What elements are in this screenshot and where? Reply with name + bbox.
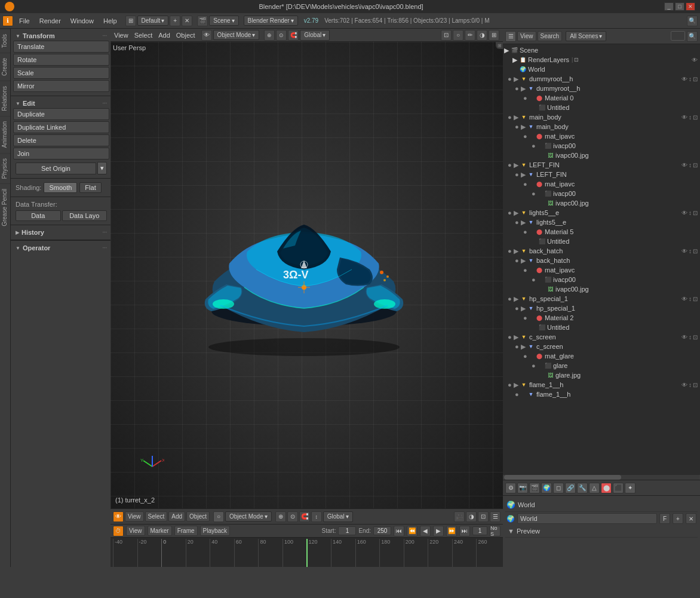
- object-mode-dropdown-bottom[interactable]: Object Mode ▾: [225, 511, 272, 522]
- timeline-marker-menu[interactable]: Marker: [148, 526, 172, 536]
- object-menu[interactable]: Object: [176, 32, 195, 39]
- world-props-btn[interactable]: 🌍: [541, 483, 552, 493]
- vtab-physics[interactable]: Physics: [0, 153, 10, 183]
- object-props-btn[interactable]: ◻: [553, 483, 564, 493]
- help-menu[interactable]: Help: [100, 16, 121, 26]
- tree-item-hpspecial-parent[interactable]: ● ▶ ▼ hp_special_1 👁 ↕ ⊡: [503, 294, 700, 303]
- select-menu-bottom[interactable]: Select: [145, 511, 168, 522]
- pivot-btn[interactable]: ⊙: [287, 511, 298, 522]
- viewport-corner[interactable]: ⊞: [496, 42, 503, 49]
- file-menu[interactable]: File: [16, 16, 33, 26]
- tree-item-backhatch-parent[interactable]: ● ▶ ▼ back_hatch 👁 ↕ ⊡: [503, 246, 700, 256]
- tree-item-world[interactable]: 🌍 World: [503, 65, 700, 74]
- mirror-button[interactable]: Mirror: [13, 80, 109, 92]
- tree-item-cscreen-parent[interactable]: ● ▶ ▼ c_screen 👁 ↕ ⊡: [503, 332, 700, 342]
- duplicate-button[interactable]: Duplicate: [13, 108, 109, 120]
- data-button[interactable]: Data: [16, 210, 61, 221]
- timeline-frame-menu[interactable]: Frame: [174, 526, 198, 536]
- tree-item-cscreen-child[interactable]: ● ▶ ▼ c_screen: [503, 342, 700, 351]
- play-forward[interactable]: ▶: [433, 526, 444, 536]
- hpspecial-render[interactable]: ⊡: [693, 296, 698, 302]
- tree-item-flame1h-child[interactable]: ● ▼ flame_1__h: [503, 390, 700, 399]
- render-props-btn[interactable]: 📷: [517, 483, 528, 493]
- data-props-btn[interactable]: △: [589, 483, 600, 493]
- add-menu-bottom[interactable]: Add: [168, 511, 185, 522]
- world-remove-btn[interactable]: ✕: [686, 513, 696, 524]
- timeline-ruler[interactable]: -40 -20 0 20 40 60 80 100 120 140 160: [110, 538, 503, 567]
- tree-item-dummyroot-child[interactable]: ● ▶ ▼ dummyroot__h: [503, 84, 700, 93]
- cscreen-render[interactable]: ⊡: [693, 334, 698, 341]
- outliner-search-menu[interactable]: Search: [538, 31, 563, 41]
- rl-eye[interactable]: 👁: [692, 57, 698, 63]
- flame1h-restrict[interactable]: ↕: [689, 382, 692, 388]
- vtab-create[interactable]: Create: [0, 53, 10, 81]
- render-menu[interactable]: Render: [36, 16, 65, 26]
- tree-item-mainbody-child[interactable]: ● ▶ ▼ main_body: [503, 122, 700, 131]
- modifiers-btn[interactable]: 🔧: [577, 483, 588, 493]
- workspace-dropdown[interactable]: Default ▾: [137, 16, 169, 26]
- viewport-overlay[interactable]: ⊡: [441, 30, 452, 41]
- snapping-btn[interactable]: ⊕: [275, 511, 286, 522]
- step-forward[interactable]: ⏩: [446, 526, 457, 536]
- current-frame[interactable]: 1: [472, 526, 487, 535]
- leftfin-restrict[interactable]: ↕: [689, 162, 692, 168]
- tree-item-hpspecial-child[interactable]: ● ▶ ▼ hp_special_1: [503, 303, 700, 313]
- constraints-btn[interactable]: 🔗: [565, 483, 576, 493]
- lights5-restrict[interactable]: ↕: [689, 210, 692, 216]
- search-icon[interactable]: 🔍: [687, 31, 698, 42]
- step-back[interactable]: ⏪: [407, 526, 417, 536]
- tree-item-flame1h-parent[interactable]: ● ▶ ▼ flame_1__h 👁 ↕ ⊡: [503, 380, 700, 390]
- all-scenes-dropdown[interactable]: All Scenes ▾: [566, 31, 606, 41]
- scene-dropdown[interactable]: Scene ▾: [209, 16, 238, 26]
- tree-item-lights5-child[interactable]: ● ▶ ▼ lights5__e: [503, 217, 700, 227]
- manipulator-btn[interactable]: ⊡: [478, 511, 489, 522]
- sync-mode[interactable]: No S: [490, 526, 501, 536]
- tree-expand-dc[interactable]: ▶: [521, 85, 527, 93]
- duplicate-linked-button[interactable]: Duplicate Linked: [13, 121, 109, 133]
- workspace-add[interactable]: +: [170, 16, 180, 26]
- outliner-view-menu[interactable]: View: [517, 31, 536, 41]
- set-origin-button[interactable]: Set Origin: [16, 162, 96, 174]
- particles-btn[interactable]: ✦: [625, 483, 635, 493]
- tree-item-backhatch-child[interactable]: ● ▶ ▼ back_hatch: [503, 256, 700, 265]
- vtab-grease-pencil[interactable]: Grease Pencil: [0, 183, 10, 231]
- tree-item-lights5-parent[interactable]: ● ▶ ▼ lights5__e 👁 ↕ ⊡: [503, 208, 700, 217]
- flame1h-eye[interactable]: 👁: [681, 382, 687, 388]
- tree-item-ivacp002[interactable]: ● ⬛ ivacp00: [503, 189, 700, 198]
- rotate-button[interactable]: Rotate: [13, 54, 109, 66]
- workspace-remove[interactable]: ✕: [182, 16, 192, 26]
- scene-props-btn[interactable]: 🎬: [529, 483, 540, 493]
- smooth-button[interactable]: Smooth: [44, 182, 77, 193]
- render-btn[interactable]: 🎥: [454, 511, 465, 522]
- tree-item-mat-ipavc2[interactable]: ● ⬤ mat_ipavc: [503, 179, 700, 189]
- tree-item-material2[interactable]: ● ⬤ Material 2: [503, 313, 700, 323]
- view-3d-toggle[interactable]: ⊞: [489, 30, 499, 41]
- texture-props-btn[interactable]: ⬛: [613, 483, 624, 493]
- mainbody-eye[interactable]: 👁: [681, 114, 687, 121]
- set-origin-dropdown[interactable]: ▾: [97, 162, 107, 174]
- maximize-button[interactable]: □: [675, 2, 684, 11]
- tree-item-ivapc00jpg1[interactable]: 🖼 ivapc00.jpg: [503, 151, 700, 160]
- cscreen-eye[interactable]: 👁: [681, 334, 687, 341]
- backhatch-restrict[interactable]: ↕: [689, 248, 692, 254]
- viewport-shade[interactable]: ◑: [477, 30, 487, 41]
- tree-item-mat-glare[interactable]: ● ⬤ mat_glare: [503, 351, 700, 361]
- object-mode-dropdown[interactable]: Object Mode ▾: [213, 30, 260, 40]
- tree-item-ivapc00jpg3[interactable]: 🖼 ivapc00.jpg: [503, 284, 700, 294]
- tree-item-renderlayers[interactable]: ▶ 📋 RenderLayers | ⊡ 👁: [503, 55, 700, 65]
- proportional-edit[interactable]: ○: [453, 30, 463, 41]
- view-menu-bottom[interactable]: View: [125, 511, 144, 522]
- select-menu[interactable]: Select: [134, 32, 153, 39]
- jump-end[interactable]: ⏭: [459, 526, 470, 536]
- hpspecial-eye[interactable]: 👁: [681, 296, 687, 302]
- tree-item-glare-tex[interactable]: ● ⬛ glare: [503, 361, 700, 370]
- add-menu[interactable]: Add: [158, 32, 170, 39]
- vtab-relations[interactable]: Relations: [0, 81, 10, 116]
- delete-button[interactable]: Delete: [13, 134, 109, 146]
- viewport-draw-type[interactable]: ◑: [466, 511, 477, 522]
- dummy-restrict[interactable]: ↕: [689, 76, 692, 82]
- tree-item-ivacp001[interactable]: ● ⬛ ivacp00: [503, 141, 700, 151]
- tree-item-dummyroot-parent[interactable]: ● ▶ ▼ dummyroot__h 👁 ↕ ⊡: [503, 74, 700, 84]
- outliner-scrollbar-thumb[interactable]: [504, 475, 621, 480]
- dummy-render[interactable]: ⊡: [693, 76, 698, 82]
